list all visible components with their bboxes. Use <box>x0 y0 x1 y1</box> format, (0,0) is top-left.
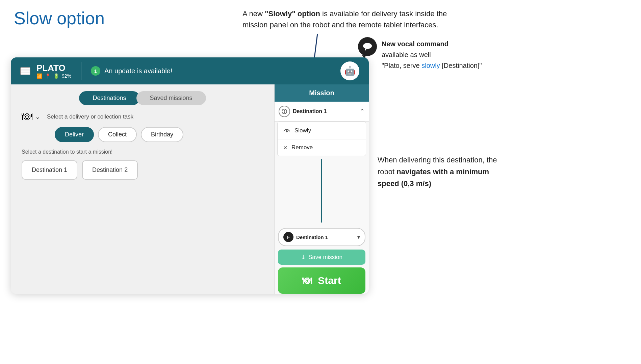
location-icon: 📍 <box>45 73 51 79</box>
mission-dest-chevron-icon[interactable]: ⌃ <box>360 108 365 115</box>
mission-connector <box>275 156 369 225</box>
dest-selector-name: Destination 1 <box>296 234 355 240</box>
vocal-command-block: New vocal command available as well "Pla… <box>358 37 482 71</box>
save-mission-button[interactable]: ⤓ Save mission <box>278 250 365 265</box>
robot-avatar[interactable]: 🤖 <box>340 61 359 80</box>
svg-marker-1 <box>365 49 367 51</box>
svg-point-7 <box>286 130 288 132</box>
task-btn-deliver[interactable]: Deliver <box>55 127 94 142</box>
robot-name-block: PLATO 📶 📍 🔋 92% <box>36 63 71 79</box>
page-title: Slow option <box>14 8 105 28</box>
speech-bubble-icon <box>358 37 377 56</box>
mission-dest-selector[interactable]: F Destination 1 ▾ <box>278 228 365 246</box>
destinations-panel: Destinations Saved missions 🍽 ⌄ Select a… <box>11 84 274 294</box>
dest-card-1[interactable]: Destination 1 <box>22 160 77 180</box>
vocal-text3: [Destination]" <box>442 62 482 69</box>
annotation-top-bold: "Slowly" option <box>265 9 320 18</box>
dest-card-2[interactable]: Destination 2 <box>82 160 138 180</box>
task-btn-collect[interactable]: Collect <box>98 127 137 142</box>
tab-destinations[interactable]: Destinations <box>79 91 139 105</box>
task-icon-block: 🍽 ⌄ <box>22 110 40 123</box>
tab-saved-missions[interactable]: Saved missions <box>136 91 206 105</box>
slowly-option[interactable]: Slowly <box>278 122 366 139</box>
destination-hint: Select a destination to start a mission! <box>11 149 274 160</box>
annotation-top: A new "Slowly" option is available for d… <box>242 8 472 30</box>
task-btn-birthday[interactable]: Birthday <box>141 127 183 142</box>
task-buttons: Deliver Collect Birthday <box>11 127 274 142</box>
update-badge: 1 <box>91 66 100 76</box>
task-chevron-icon: ⌄ <box>35 113 40 121</box>
svg-point-0 <box>363 43 372 49</box>
svg-point-5 <box>284 110 285 111</box>
annotation-top-pre: A new <box>242 9 265 18</box>
battery-percent: 92% <box>62 73 71 79</box>
vocal-text-blue: slowly <box>421 62 440 69</box>
remove-option[interactable]: ✕ Remove <box>278 139 366 156</box>
mission-dest-row: Destination 1 ⌃ <box>275 102 369 122</box>
save-icon: ⤓ <box>301 254 306 261</box>
tabs-bar: Destinations Saved missions <box>11 84 274 110</box>
robot-panel: PLATO 📶 📍 🔋 92% 1 An update is available… <box>11 57 369 294</box>
task-header: 🍽 ⌄ Select a delivery or collection task <box>11 110 274 127</box>
robot-body: Destinations Saved missions 🍽 ⌄ Select a… <box>11 84 369 294</box>
update-block: 1 An update is available! <box>91 66 340 76</box>
remove-icon: ✕ <box>283 145 287 151</box>
vocal-command-title: New vocal command <box>382 40 448 48</box>
slowly-icon <box>283 127 290 134</box>
remove-label: Remove <box>291 144 313 151</box>
wifi-icon: 📶 <box>36 73 42 79</box>
start-icon: 🍽 <box>302 275 312 286</box>
annotation-bottom: When delivering this destination, the ro… <box>378 154 506 190</box>
task-hint-label: Select a delivery or collection task <box>47 113 133 120</box>
mission-panel: Mission Destination 1 ⌃ <box>274 84 369 294</box>
vocal-command-text: New vocal command available as well "Pla… <box>382 37 482 71</box>
mission-dest-step-icon <box>279 106 290 117</box>
mission-header: Mission <box>275 84 369 102</box>
vocal-text1: available as well <box>382 51 431 58</box>
slowly-label: Slowly <box>294 127 311 134</box>
robot-header: PLATO 📶 📍 🔋 92% 1 An update is available… <box>11 57 369 84</box>
connector-line <box>321 159 322 223</box>
mission-dropdown: Slowly ✕ Remove <box>277 122 366 156</box>
robot-status-icons: 📶 📍 🔋 92% <box>36 73 71 79</box>
start-button[interactable]: 🍽 Start <box>278 267 365 294</box>
header-divider <box>81 62 81 80</box>
save-label: Save mission <box>308 254 342 261</box>
delivery-icon: 🍽 <box>22 110 32 123</box>
start-label: Start <box>318 275 341 286</box>
dest-selector-chevron-icon: ▾ <box>357 234 360 240</box>
vocal-text2: "Plato, serve <box>382 62 420 69</box>
robot-name: PLATO <box>36 63 71 73</box>
battery-icon: 🔋 <box>53 73 59 79</box>
hamburger-button[interactable] <box>20 67 30 75</box>
mission-dest-1-name: Destination 1 <box>293 108 357 114</box>
update-text: An update is available! <box>104 67 172 75</box>
destination-cards: Destination 1 Destination 2 <box>11 160 274 180</box>
mission-bottom: F Destination 1 ▾ ⤓ Save mission 🍽 Start <box>275 225 369 294</box>
dest-selector-badge: F <box>283 232 293 242</box>
